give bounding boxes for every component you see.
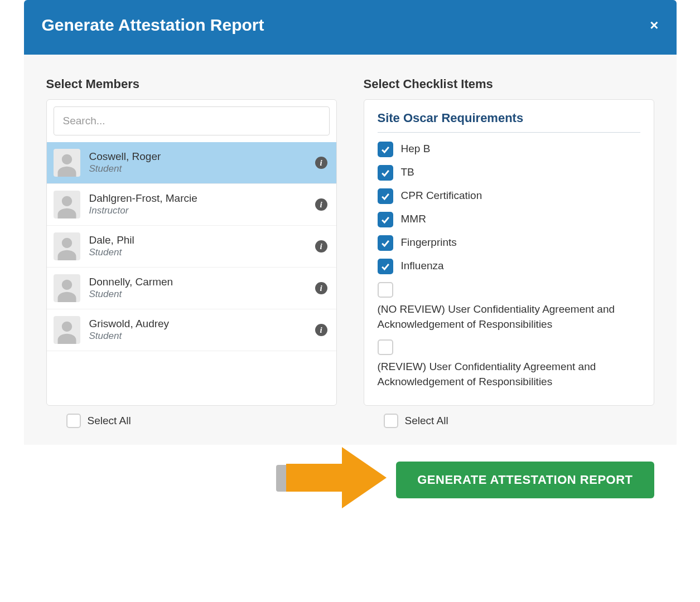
avatar-icon [54, 232, 80, 260]
member-item[interactable]: Coswell, RogerStudenti [47, 142, 336, 184]
members-label: Select Members [46, 77, 337, 91]
modal-body: Select Members Coswell, RogerStudentiDah… [24, 55, 677, 445]
checklist-checkbox[interactable] [378, 235, 393, 251]
checklist-item: CPR Certification [378, 188, 640, 204]
member-role: Student [89, 247, 315, 258]
member-text: Griswold, AudreyStudent [89, 318, 315, 342]
checklist-items: Hep BTBCPR CertificationMMRFingerprintsI… [378, 142, 640, 389]
member-name: Donnelly, Carmen [89, 276, 315, 289]
checklist-item-label: (REVIEW) User Confidentiality Agreement … [378, 360, 640, 389]
close-icon[interactable]: × [650, 18, 658, 32]
search-wrap [47, 100, 336, 142]
members-select-all-checkbox[interactable] [66, 414, 81, 428]
avatar-icon [54, 316, 80, 344]
avatar-icon [54, 191, 80, 219]
checklist-checkbox[interactable] [378, 142, 393, 157]
checklist-item: (NO REVIEW) User Confidentiality Agreeme… [378, 282, 640, 332]
member-text: Donnelly, CarmenStudent [89, 276, 315, 300]
member-name: Dale, Phil [89, 234, 315, 247]
avatar-icon [54, 274, 80, 302]
member-text: Dahlgren-Frost, MarcieInstructor [89, 192, 315, 216]
member-item[interactable]: Griswold, AudreyStudenti [47, 309, 336, 351]
member-item[interactable]: Dahlgren-Frost, MarcieInstructori [47, 184, 336, 226]
checklist-group-title: Site Oscar Requirements [378, 111, 640, 133]
member-role: Student [89, 163, 315, 174]
info-icon[interactable]: i [315, 157, 327, 169]
member-item[interactable]: Dale, PhilStudenti [47, 226, 336, 268]
arrow-annotation [281, 441, 392, 520]
members-panel: Coswell, RogerStudentiDahlgren-Frost, Ma… [46, 99, 337, 406]
member-list[interactable]: Coswell, RogerStudentiDahlgren-Frost, Ma… [47, 142, 336, 405]
checklist-item: (REVIEW) User Confidentiality Agreement … [378, 339, 640, 389]
member-role: Student [89, 331, 315, 342]
members-select-all-row: Select All [46, 406, 337, 428]
checklist-item-label: Hep B [401, 142, 431, 157]
modal-footer: GENERATE ATTESTATION REPORT [24, 445, 677, 532]
svg-marker-0 [286, 447, 387, 508]
checklist-item: Influenza [378, 259, 640, 274]
member-role: Student [89, 289, 315, 300]
member-role: Instructor [89, 205, 315, 216]
checklist-item-label: TB [401, 165, 414, 180]
checklist-item-label: MMR [401, 212, 426, 227]
info-icon[interactable]: i [315, 240, 327, 253]
checklist-item: Hep B [378, 142, 640, 157]
members-select-all-label: Select All [88, 415, 131, 427]
modal-header: Generate Attestation Report × [24, 0, 677, 55]
checklist-checkbox[interactable] [378, 188, 393, 204]
checklist-label: Select Checklist Items [364, 77, 654, 91]
member-name: Coswell, Roger [89, 151, 315, 163]
checklist-select-all-row: Select All [364, 406, 654, 428]
cancel-button-hidden[interactable] [276, 465, 286, 492]
checklist-column: Select Checklist Items Site Oscar Requir… [364, 77, 654, 428]
checklist-item-label: Fingerprints [401, 235, 457, 250]
checklist-item-label: (NO REVIEW) User Confidentiality Agreeme… [378, 302, 640, 332]
checklist-checkbox[interactable] [378, 165, 393, 181]
checklist-panel: Site Oscar Requirements Hep BTBCPR Certi… [364, 99, 654, 406]
checklist-checkbox[interactable] [378, 212, 393, 227]
checklist-checkbox[interactable] [378, 339, 393, 355]
member-text: Coswell, RogerStudent [89, 151, 315, 174]
checklist-item-label: Influenza [401, 259, 444, 274]
info-icon[interactable]: i [315, 282, 327, 294]
checklist-inner[interactable]: Site Oscar Requirements Hep BTBCPR Certi… [364, 100, 654, 405]
members-column: Select Members Coswell, RogerStudentiDah… [46, 77, 337, 428]
checklist-item: MMR [378, 212, 640, 227]
search-input[interactable] [54, 106, 330, 135]
attestation-modal: Generate Attestation Report × Select Mem… [24, 0, 677, 532]
member-item[interactable]: Donnelly, CarmenStudenti [47, 268, 336, 309]
member-text: Dale, PhilStudent [89, 234, 315, 258]
avatar-icon [54, 149, 80, 177]
checklist-item-label: CPR Certification [401, 188, 482, 203]
info-icon[interactable]: i [315, 198, 327, 211]
checklist-item: Fingerprints [378, 235, 640, 251]
checklist-select-all-label: Select All [405, 415, 448, 427]
member-name: Dahlgren-Frost, Marcie [89, 192, 315, 205]
modal-title: Generate Attestation Report [42, 16, 264, 35]
generate-attestation-report-button[interactable]: GENERATE ATTESTATION REPORT [396, 462, 654, 498]
info-icon[interactable]: i [315, 324, 327, 336]
checklist-select-all-checkbox[interactable] [384, 414, 398, 428]
checklist-checkbox[interactable] [378, 259, 393, 274]
checklist-checkbox[interactable] [378, 282, 393, 298]
checklist-item: TB [378, 165, 640, 181]
member-name: Griswold, Audrey [89, 318, 315, 331]
